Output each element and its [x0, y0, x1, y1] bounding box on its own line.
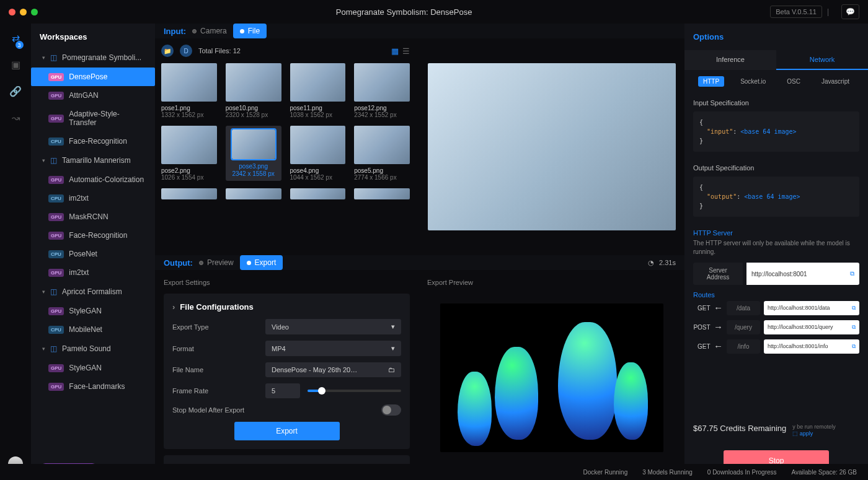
file-thumb[interactable]: pose5.png2774 x 1566 px: [354, 126, 410, 181]
route-row: POST →/queryhttp://localhost:8001/query⧉: [693, 320, 859, 334]
workspace-item[interactable]: ▾◫Pomegranate Symboli...: [31, 48, 155, 68]
output-mode-preview[interactable]: Preview: [199, 258, 234, 267]
file-thumb[interactable]: [226, 188, 281, 199]
model-item[interactable]: GPUMaskRCNN: [31, 207, 155, 226]
route-url[interactable]: http://localhost:8001/query⧉: [764, 320, 859, 334]
export-button[interactable]: Export: [234, 422, 340, 440]
route-icon[interactable]: ↝: [12, 112, 20, 124]
server-address-value[interactable]: http://localhost:8001⧉: [746, 263, 859, 285]
file-thumb[interactable]: pose11.png1038 x 1562 px: [290, 63, 346, 118]
chevron-right-icon[interactable]: ›: [172, 302, 175, 312]
output-mode-export[interactable]: Export: [240, 255, 283, 270]
workspace-item[interactable]: ▾◫Pamelo Sound: [31, 339, 155, 359]
thumbnail-image: [354, 188, 410, 199]
maximize-icon[interactable]: [31, 9, 38, 15]
row-stop-after-label: Stop Model After Export: [172, 406, 381, 414]
model-item[interactable]: GPUFace-Recognition: [31, 226, 155, 245]
route-path: /info: [727, 339, 760, 354]
file-thumb[interactable]: pose4.png1044 x 1562 px: [290, 126, 346, 181]
input-preview-image: [428, 63, 676, 230]
apply-link[interactable]: ⬚ apply: [792, 430, 813, 437]
model-item[interactable]: GPUim2txt: [31, 263, 155, 282]
server-address-label: Server Address: [693, 263, 743, 285]
file-thumb[interactable]: pose12.png2342 x 1552 px: [354, 63, 410, 118]
compute-chip: GPU: [48, 73, 64, 81]
window-controls[interactable]: [9, 9, 38, 15]
compute-chip: GPU: [48, 92, 64, 100]
file-thumb[interactable]: pose3.png2342 x 1558 px: [226, 126, 281, 181]
export-type-select[interactable]: Video▾: [265, 319, 401, 334]
d-button[interactable]: D: [180, 45, 192, 57]
model-item[interactable]: CPUMobileNet: [31, 320, 155, 339]
input-preview: [418, 38, 684, 255]
route-url[interactable]: http://localhost:8001/info⧉: [764, 339, 859, 354]
route-url[interactable]: http://localhost:8001/data⧉: [764, 301, 859, 315]
list-view-icon[interactable]: ☰: [402, 46, 410, 56]
model-item[interactable]: CPUFace-Recognition: [31, 132, 155, 151]
thumbnail-image: [161, 126, 217, 164]
version-badge: Beta V.0.5.11: [770, 6, 822, 18]
copy-icon[interactable]: ⧉: [852, 305, 856, 312]
link-icon[interactable]: 🔗: [9, 85, 22, 97]
folder-icon[interactable]: 🗀: [388, 366, 395, 373]
subtab-osc[interactable]: OSC: [782, 76, 805, 87]
model-item[interactable]: GPUStyleGAN: [31, 359, 155, 377]
compute-chip: GPU: [48, 364, 64, 372]
workspace-icon: ◫: [50, 287, 57, 296]
route-path: /data: [727, 301, 760, 315]
model-item[interactable]: GPUAutomatic-Colorization: [31, 170, 155, 189]
chevron-down-icon: ▾: [42, 157, 45, 164]
model-item[interactable]: GPUStyleGAN: [31, 302, 155, 320]
chat-icon[interactable]: 💬: [841, 4, 859, 19]
stop-after-toggle[interactable]: [381, 404, 401, 416]
file-thumb[interactable]: [161, 188, 217, 199]
workspace-item[interactable]: ▾◫Tamarillo Mannerism: [31, 151, 155, 170]
input-source-file[interactable]: File: [233, 24, 267, 38]
workspace-item[interactable]: ▾◫Apricot Formalism: [31, 282, 155, 302]
grid-view-icon[interactable]: ▦: [391, 46, 399, 56]
output-bar: Output: Preview Export ◔2.31s: [155, 255, 684, 270]
model-item[interactable]: GPUAttnGAN: [31, 86, 155, 105]
subtab-socket.io[interactable]: Socket.io: [735, 76, 771, 87]
model-item[interactable]: CPUim2txt: [31, 189, 155, 207]
model-item[interactable]: GPUAdaptive-Style-Transfer: [31, 105, 155, 132]
file-thumb[interactable]: [290, 188, 346, 199]
model-item[interactable]: GPUDensePose: [31, 68, 155, 86]
output-label: Output:: [164, 258, 193, 268]
format-select[interactable]: MP4▾: [265, 341, 401, 356]
minimize-icon[interactable]: [20, 9, 27, 15]
thumbnail-image: [354, 63, 410, 102]
framerate-input[interactable]: [265, 383, 300, 398]
box-icon[interactable]: ▣: [11, 59, 20, 71]
chevron-down-icon: ▾: [391, 344, 395, 352]
tab-network[interactable]: Network: [776, 50, 868, 70]
file-thumb[interactable]: [354, 188, 410, 199]
tab-inference[interactable]: Inference: [684, 50, 776, 70]
filename-input[interactable]: DensePose - May 26th 2019 at ...🗀: [265, 362, 401, 377]
folder-button[interactable]: 📁: [161, 45, 174, 57]
framerate-slider[interactable]: [308, 390, 401, 392]
thumbnail-image: [232, 129, 275, 159]
file-thumb[interactable]: pose1.png1332 x 1562 px: [161, 63, 217, 118]
options-header: Options: [684, 24, 868, 50]
compute-chip: GPU: [48, 213, 64, 221]
compute-chip: GPU: [48, 307, 64, 315]
copy-icon[interactable]: ⧉: [850, 270, 854, 277]
file-thumb[interactable]: pose10.png2320 x 1528 px: [226, 63, 281, 118]
subtab-http[interactable]: HTTP: [698, 76, 724, 87]
row-filename-label: File Name: [172, 366, 265, 373]
copy-icon[interactable]: ⧉: [852, 324, 856, 331]
credits-remaining: $67.75 Credits Remaining: [693, 424, 786, 433]
status-docker: Docker Running: [583, 469, 627, 476]
swap-icon[interactable]: ⇄3: [12, 32, 20, 44]
input-source-camera[interactable]: Camera: [192, 27, 227, 35]
copy-icon[interactable]: ⧉: [852, 343, 856, 350]
input-spec-title: Input Specification: [693, 99, 859, 107]
model-item[interactable]: CPUPoseNet: [31, 245, 155, 263]
close-icon[interactable]: [9, 9, 16, 15]
model-item[interactable]: GPUFace-Landmarks: [31, 377, 155, 396]
subtab-javascript[interactable]: Javascript: [817, 76, 854, 87]
file-thumb[interactable]: pose2.png1026 x 1554 px: [161, 126, 217, 181]
window-title: Pomegranate Symbolism: DensePose: [38, 7, 770, 17]
row-format-label: Format: [172, 345, 265, 352]
